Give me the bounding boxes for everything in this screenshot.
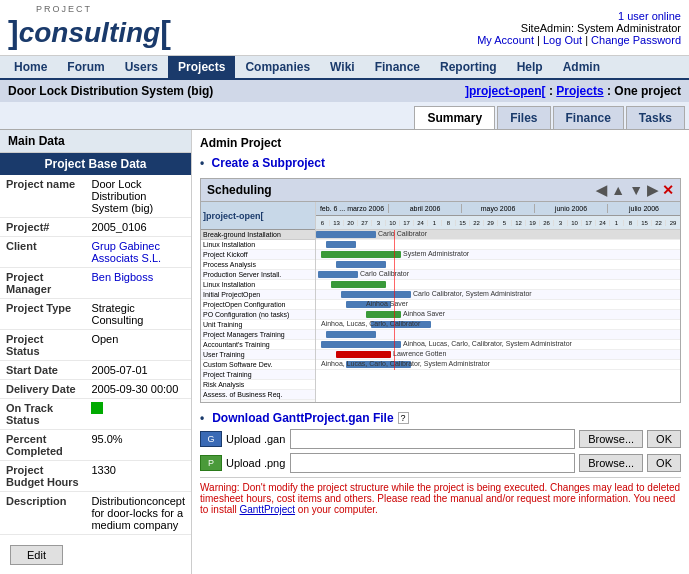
project-label: PROJECT (8, 4, 92, 14)
field-value: 2005_0106 (85, 218, 191, 237)
upload-png-row: P Upload .png Browse... OK (200, 453, 681, 473)
breadcrumb-one-project: : One project (607, 84, 681, 98)
scheduling-box: Scheduling ◀ ▲ ▼ ▶ ✕ ]project-open[ (200, 178, 681, 403)
nav-help[interactable]: Help (507, 56, 553, 78)
scroll-down-icon[interactable]: ▼ (629, 182, 643, 198)
upload-gan-input[interactable] (290, 429, 575, 449)
table-row: Project name Door Lock Distribution Syst… (0, 175, 191, 218)
header: PROJECT ] consulting [ 1 user online Sit… (0, 0, 689, 56)
create-subproject-link[interactable]: Create a Subproject (212, 156, 325, 170)
breadcrumb-project-open[interactable]: ]project-open[ (465, 84, 546, 98)
edit-button[interactable]: Edit (10, 545, 63, 565)
bullet-icon: • (200, 411, 204, 425)
table-row: Start Date 2005-07-01 (0, 361, 191, 380)
field-label: Project Manager (0, 268, 85, 299)
scroll-left-icon[interactable]: ◀ (596, 182, 607, 198)
online-link[interactable]: 1 user online (618, 10, 681, 22)
question-mark-icon: ? (398, 412, 409, 424)
logo-area: PROJECT ] consulting [ (8, 4, 171, 51)
nav-home[interactable]: Home (4, 56, 57, 78)
field-value: Strategic Consulting (85, 299, 191, 330)
nav-admin[interactable]: Admin (553, 56, 610, 78)
breadcrumb-title: Door Lock Distribution System (big) (8, 84, 213, 98)
project-data-table: Project name Door Lock Distribution Syst… (0, 175, 191, 535)
field-value: 2005-09-30 00:00 (85, 380, 191, 399)
upload-gan-row: G Upload .gan Browse... OK (200, 429, 681, 449)
left-panel: Main Data Project Base Data Project name… (0, 130, 192, 574)
close-scheduling-icon[interactable]: ✕ (662, 182, 674, 198)
warning-section: Warning: Don't modify the project struct… (200, 477, 681, 515)
field-label: Percent Completed (0, 430, 85, 461)
scheduling-header: Scheduling ◀ ▲ ▼ ▶ ✕ (201, 179, 680, 202)
siteadmin-text: SiteAdmin: System Administrator (521, 22, 681, 34)
ganttproject-link[interactable]: GanttProject (239, 504, 295, 515)
nav-reporting[interactable]: Reporting (430, 56, 507, 78)
on-track-indicator (91, 402, 103, 414)
right-panel: Admin Project • Create a Subproject Sche… (192, 130, 689, 574)
tab-tasks[interactable]: Tasks (626, 106, 685, 129)
field-label: Delivery Date (0, 380, 85, 399)
nav-projects[interactable]: Projects (168, 56, 235, 78)
header-right: 1 user online SiteAdmin: System Administ… (477, 10, 681, 46)
client-link[interactable]: Grup Gabinec Associats S.L. (91, 240, 161, 264)
logo-bracket-left: ] (8, 14, 19, 51)
tab-finance[interactable]: Finance (553, 106, 624, 129)
table-row: Project# 2005_0106 (0, 218, 191, 237)
table-row: Project Type Strategic Consulting (0, 299, 191, 330)
ok-gan-button[interactable]: OK (647, 430, 681, 448)
change-password-link[interactable]: Change Password (591, 34, 681, 46)
table-row: Client Grup Gabinec Associats S.L. (0, 237, 191, 268)
field-value (85, 399, 191, 430)
breadcrumb: Door Lock Distribution System (big) ]pro… (0, 80, 689, 102)
field-value: Open (85, 330, 191, 361)
upload-gan-icon: G (200, 431, 222, 447)
breadcrumb-projects-link[interactable]: Projects (556, 84, 603, 98)
field-label: Project# (0, 218, 85, 237)
download-text: Download GanttProject.gan File (212, 411, 393, 425)
field-value: Ben Bigboss (85, 268, 191, 299)
upload-png-input[interactable] (290, 453, 575, 473)
main: Main Data Project Base Data Project name… (0, 130, 689, 574)
browse-gan-button[interactable]: Browse... (579, 430, 643, 448)
my-account-link[interactable]: My Account (477, 34, 534, 46)
nav-wiki[interactable]: Wiki (320, 56, 365, 78)
project-base-title: Project Base Data (0, 153, 191, 175)
gantt-chart: ]project-open[ Break-ground Installation… (201, 202, 680, 402)
scheduling-controls: ◀ ▲ ▼ ▶ ✕ (596, 182, 674, 198)
nav-companies[interactable]: Companies (235, 56, 320, 78)
logout-link[interactable]: Log Out (543, 34, 582, 46)
edit-button-container: Edit (0, 535, 191, 574)
ok-png-button[interactable]: OK (647, 454, 681, 472)
right-panel-title: Admin Project (200, 136, 681, 150)
field-value: Door Lock Distribution System (big) (85, 175, 191, 218)
upload-png-label: Upload .png (226, 457, 286, 469)
scroll-up-icon[interactable]: ▲ (611, 182, 625, 198)
table-row: Delivery Date 2005-09-30 00:00 (0, 380, 191, 399)
left-panel-title: Main Data (0, 130, 191, 153)
table-row: Project Status Open (0, 330, 191, 361)
nav-finance[interactable]: Finance (365, 56, 430, 78)
manager-link[interactable]: Ben Bigboss (91, 271, 153, 283)
field-value: 95.0% (85, 430, 191, 461)
field-label: Description (0, 492, 85, 535)
field-label: On Track Status (0, 399, 85, 430)
table-row: On Track Status (0, 399, 191, 430)
upload-png-icon: P (200, 455, 222, 471)
logo-bracket-right: [ (160, 14, 171, 51)
tab-files[interactable]: Files (497, 106, 550, 129)
field-label: Project name (0, 175, 85, 218)
nav-forum[interactable]: Forum (57, 56, 114, 78)
browse-png-button[interactable]: Browse... (579, 454, 643, 472)
table-row: Project Budget Hours 1330 (0, 461, 191, 492)
field-label: Project Type (0, 299, 85, 330)
field-value: 1330 (85, 461, 191, 492)
nav-users[interactable]: Users (115, 56, 168, 78)
field-label: Client (0, 237, 85, 268)
logo-text: consulting (19, 17, 161, 49)
scroll-right-icon[interactable]: ▶ (647, 182, 658, 198)
download-gantt-link[interactable]: Download GanttProject.gan File (212, 411, 393, 425)
upload-gan-label: Upload .gan (226, 433, 286, 445)
field-label: Project Status (0, 330, 85, 361)
table-row: Project Manager Ben Bigboss (0, 268, 191, 299)
tab-summary[interactable]: Summary (414, 106, 495, 129)
